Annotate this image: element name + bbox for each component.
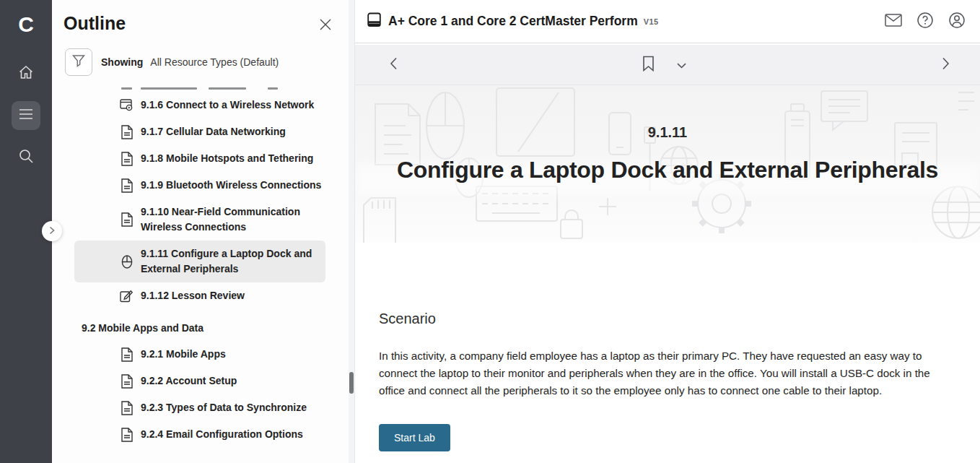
search-button[interactable] bbox=[12, 143, 40, 172]
chevron-right-icon bbox=[48, 225, 56, 238]
menu-icon bbox=[19, 108, 33, 123]
outline-item[interactable]: 9.2.3 Types of Data to Synchronize bbox=[74, 394, 354, 421]
search-icon bbox=[18, 148, 34, 167]
account-button[interactable] bbox=[948, 13, 966, 30]
start-lab-button[interactable]: Start Lab bbox=[379, 424, 450, 451]
outline-item-label: 9.1.8 Mobile Hotspots and Tethering bbox=[141, 151, 328, 166]
outline-item-label: 9.1.7 Cellular Data Networking bbox=[141, 124, 328, 139]
help-button[interactable] bbox=[916, 13, 934, 30]
lesson-title: Configure a Laptop Dock and External Per… bbox=[355, 157, 980, 183]
scenario-section: Scenario In this activity, a company fie… bbox=[355, 311, 980, 451]
course-version-badge: V15 bbox=[644, 17, 659, 26]
chevron-down-icon bbox=[677, 59, 686, 72]
outline-item-label: 9.2.2 Account Setup bbox=[141, 373, 328, 389]
edit-icon bbox=[120, 289, 134, 303]
comptia-logo[interactable]: C bbox=[18, 9, 34, 40]
bookmark-icon bbox=[642, 56, 655, 74]
outline-panel: Outline Showing All Resource Types (Defa… bbox=[52, 0, 355, 463]
document-icon bbox=[120, 428, 134, 442]
outline-item-label: 9.1.11 Configure a Laptop Dock and Exter… bbox=[141, 246, 318, 277]
outline-item-selected[interactable]: 9.1.11 Configure a Laptop Dock and Exter… bbox=[74, 241, 325, 282]
outline-item-label: 9.2.3 Types of Data to Synchronize bbox=[141, 400, 328, 415]
chevron-right-icon bbox=[942, 57, 950, 73]
document-icon bbox=[120, 212, 134, 227]
outline-item[interactable]: 9.1.10 Near-Field Communication Wireless… bbox=[74, 199, 354, 241]
outline-item[interactable]: 9.1.6 Connect to a Wireless Network bbox=[74, 92, 354, 118]
outline-title: Outline bbox=[64, 13, 354, 34]
document-icon bbox=[120, 125, 134, 139]
video-icon bbox=[120, 99, 134, 111]
document-icon bbox=[120, 374, 134, 389]
bookmark-menu-button[interactable] bbox=[677, 59, 686, 72]
book-icon bbox=[367, 12, 382, 30]
scenario-paragraph: In this activity, a company field employ… bbox=[379, 347, 953, 399]
mail-icon bbox=[885, 14, 902, 30]
scenario-heading: Scenario bbox=[379, 311, 956, 327]
document-icon bbox=[120, 152, 134, 166]
outline-item-label: 9.2.1 Mobile Apps bbox=[141, 347, 328, 362]
outline-menu-button[interactable] bbox=[12, 101, 40, 130]
outline-item[interactable]: 9.1.8 Mobile Hotspots and Tethering bbox=[74, 145, 354, 172]
mouse-icon bbox=[120, 254, 134, 269]
app-window: C Outline bbox=[0, 0, 980, 463]
panel-collapse-toggle[interactable] bbox=[42, 221, 62, 241]
lesson-hero-banner: 9.1.11 Configure a Laptop Dock and Exter… bbox=[355, 85, 980, 243]
outline-item[interactable]: 9.2.2 Account Setup bbox=[74, 368, 354, 394]
outline-item[interactable]: 9.1.9 Bluetooth Wireless Connections bbox=[74, 172, 354, 199]
outline-close-button[interactable] bbox=[318, 17, 333, 32]
outline-item[interactable]: 9.2.4 Email Configuration Options bbox=[74, 421, 354, 448]
lesson-number: 9.1.11 bbox=[355, 124, 980, 141]
lesson-navbar bbox=[355, 45, 980, 85]
outline-item[interactable]: 9.1.7 Cellular Data Networking bbox=[74, 118, 354, 145]
course-header: A+ Core 1 and Core 2 CertMaster Perform … bbox=[355, 0, 980, 43]
document-icon bbox=[120, 178, 134, 193]
bookmark-button[interactable] bbox=[642, 56, 655, 74]
outline-item[interactable]: 9.1.12 Lesson Review bbox=[74, 282, 354, 309]
main-content: A+ Core 1 and Core 2 CertMaster Perform … bbox=[355, 0, 980, 463]
chevron-left-icon bbox=[390, 57, 398, 73]
outline-section-header[interactable]: 9.2 Mobile Apps and Data bbox=[82, 318, 354, 338]
home-button[interactable] bbox=[12, 59, 40, 88]
header-actions bbox=[885, 13, 966, 30]
filter-row: Showing All Resource Types (Default) bbox=[65, 48, 354, 76]
outline-item-label: 9.1.6 Connect to a Wireless Network bbox=[141, 98, 328, 113]
filter-value: All Resource Types (Default) bbox=[150, 56, 279, 68]
account-icon bbox=[948, 12, 966, 32]
outline-list: 9.1.6 Connect to a Wireless Network 9.1.… bbox=[52, 83, 354, 448]
close-icon bbox=[318, 22, 333, 34]
document-icon bbox=[120, 347, 134, 362]
outline-scrollbar-thumb[interactable] bbox=[349, 372, 354, 394]
course-title: A+ Core 1 and Core 2 CertMaster Perform bbox=[388, 14, 638, 29]
outline-item-label: 9.2.4 Email Configuration Options bbox=[141, 427, 328, 442]
filter-button[interactable] bbox=[65, 48, 92, 76]
outline-item[interactable]: 9.2.1 Mobile Apps bbox=[74, 341, 354, 368]
outline-item-partial[interactable] bbox=[74, 83, 354, 92]
outline-item-label: 9.1.10 Near-Field Communication Wireless… bbox=[141, 204, 328, 235]
next-lesson-button[interactable] bbox=[942, 57, 950, 73]
filter-showing-label: Showing bbox=[101, 56, 143, 68]
outline-item-label: 9.1.12 Lesson Review bbox=[141, 288, 328, 303]
messages-button[interactable] bbox=[885, 13, 902, 30]
filter-funnel-icon bbox=[71, 53, 86, 71]
document-icon bbox=[120, 401, 134, 415]
home-icon bbox=[18, 64, 34, 83]
help-icon bbox=[916, 12, 934, 32]
outline-item-label: 9.1.9 Bluetooth Wireless Connections bbox=[141, 178, 328, 193]
previous-lesson-button[interactable] bbox=[390, 57, 398, 73]
